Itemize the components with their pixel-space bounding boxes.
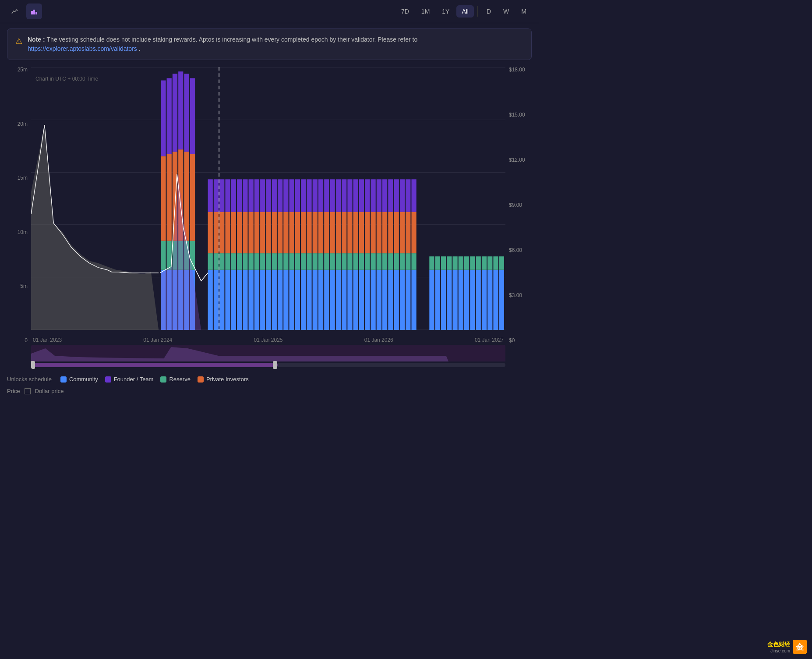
- unlocks-label: Unlocks schedule: [7, 376, 52, 383]
- svg-rect-41: [225, 270, 230, 330]
- founder-label: Founder / Team: [114, 376, 154, 383]
- svg-rect-63: [254, 212, 259, 254]
- note-text: The vesting schedule does not include st…: [47, 36, 418, 43]
- svg-rect-86: [289, 253, 294, 270]
- svg-rect-110: [324, 253, 329, 270]
- svg-rect-105: [318, 270, 323, 330]
- svg-rect-187: [470, 270, 475, 330]
- svg-rect-198: [499, 256, 504, 270]
- svg-rect-53: [243, 270, 247, 330]
- svg-rect-72: [266, 179, 271, 212]
- note-suffix: .: [139, 45, 141, 52]
- svg-rect-118: [336, 253, 341, 270]
- svg-rect-134: [359, 253, 364, 270]
- 7d-btn[interactable]: 7D: [396, 5, 414, 18]
- svg-rect-39: [219, 212, 224, 254]
- svg-rect-148: [377, 179, 381, 212]
- svg-rect-90: [295, 253, 300, 270]
- reserve-dot: [160, 376, 166, 383]
- m-btn[interactable]: M: [516, 5, 532, 18]
- svg-rect-147: [377, 212, 381, 254]
- w-btn[interactable]: W: [498, 5, 514, 18]
- price-row: Price Dollar price: [0, 386, 539, 398]
- svg-rect-139: [365, 212, 370, 254]
- svg-rect-92: [295, 179, 300, 212]
- svg-rect-95: [301, 212, 306, 254]
- svg-rect-65: [260, 270, 265, 330]
- svg-rect-189: [476, 270, 481, 330]
- svg-rect-137: [365, 270, 370, 330]
- svg-rect-185: [464, 270, 469, 330]
- svg-rect-77: [278, 270, 282, 330]
- svg-rect-144: [371, 179, 375, 212]
- svg-rect-31: [208, 212, 213, 254]
- svg-rect-79: [278, 212, 282, 254]
- svg-rect-125: [347, 270, 352, 330]
- 1m-btn[interactable]: 1M: [416, 5, 435, 18]
- y-label-10m: 10m: [18, 230, 28, 235]
- svg-rect-60: [249, 179, 254, 212]
- svg-rect-38: [219, 253, 224, 270]
- svg-rect-23: [184, 74, 189, 152]
- svg-rect-116: [330, 179, 335, 212]
- svg-rect-102: [313, 253, 318, 270]
- svg-rect-197: [499, 270, 504, 330]
- x-label-2025: 01 Jan 2025: [254, 337, 282, 343]
- y-right-12: $12.00: [509, 157, 525, 163]
- svg-rect-111: [324, 212, 329, 254]
- x-label-2024: 01 Jan 2024: [143, 337, 172, 343]
- svg-rect-35: [214, 212, 219, 254]
- svg-rect-68: [260, 179, 265, 212]
- scroll-handle-right[interactable]: [273, 361, 277, 369]
- unlocks-legend: Unlocks schedule Community Founder / Tea…: [7, 376, 249, 383]
- svg-rect-96: [301, 179, 306, 212]
- svg-rect-168: [406, 179, 410, 212]
- line-chart-btn[interactable]: [7, 4, 23, 19]
- x-label-2027: 01 Jan 2027: [475, 337, 504, 343]
- reserve-label: Reserve: [169, 376, 190, 383]
- svg-rect-11: [167, 78, 172, 154]
- y-label-0: 0: [25, 338, 28, 343]
- svg-rect-44: [225, 179, 230, 212]
- svg-rect-75: [272, 212, 277, 254]
- community-label: Community: [69, 376, 98, 383]
- svg-rect-161: [400, 270, 405, 330]
- svg-rect-99: [307, 212, 311, 254]
- time-range-controls: 7D 1M 1Y All D W M: [396, 5, 532, 18]
- svg-rect-107: [318, 212, 323, 254]
- svg-rect-158: [394, 253, 399, 270]
- svg-rect-115: [330, 212, 335, 254]
- 1y-btn[interactable]: 1Y: [437, 5, 455, 18]
- svg-rect-6: [161, 156, 166, 241]
- svg-rect-36: [214, 179, 219, 212]
- dollar-price-checkbox[interactable]: [25, 388, 31, 394]
- d-btn[interactable]: D: [481, 5, 496, 18]
- scroll-thumb[interactable]: [31, 363, 278, 367]
- svg-rect-40: [219, 179, 224, 212]
- svg-rect-71: [266, 212, 271, 254]
- scroll-handle-left[interactable]: [31, 361, 35, 369]
- svg-rect-193: [487, 270, 492, 330]
- private-investors-label: Private Investors: [206, 376, 249, 383]
- svg-rect-143: [371, 212, 375, 254]
- chart-plot: Chart in UTC + 00:00 Time: [31, 67, 505, 343]
- svg-rect-62: [254, 253, 259, 270]
- svg-rect-186: [464, 256, 469, 270]
- note-box: ⚠ Note : The vesting schedule does not i…: [7, 28, 532, 60]
- all-btn[interactable]: All: [456, 5, 474, 18]
- svg-rect-177: [441, 270, 446, 330]
- note-content: Note : The vesting schedule does not inc…: [28, 35, 523, 53]
- svg-rect-76: [272, 179, 277, 212]
- svg-rect-108: [318, 179, 323, 212]
- svg-rect-121: [342, 270, 346, 330]
- svg-rect-124: [342, 179, 346, 212]
- svg-rect-27: [190, 78, 195, 154]
- top-bar: 7D 1M 1Y All D W M: [0, 0, 539, 23]
- bar-chart-btn[interactable]: [26, 4, 42, 19]
- svg-rect-32: [208, 179, 213, 212]
- svg-rect-112: [324, 179, 329, 212]
- note-link[interactable]: https://explorer.aptoslabs.com/validator…: [28, 45, 137, 52]
- scrollbar-area: [31, 345, 505, 369]
- svg-rect-30: [208, 253, 213, 270]
- dollar-price-label: Dollar price: [35, 388, 64, 394]
